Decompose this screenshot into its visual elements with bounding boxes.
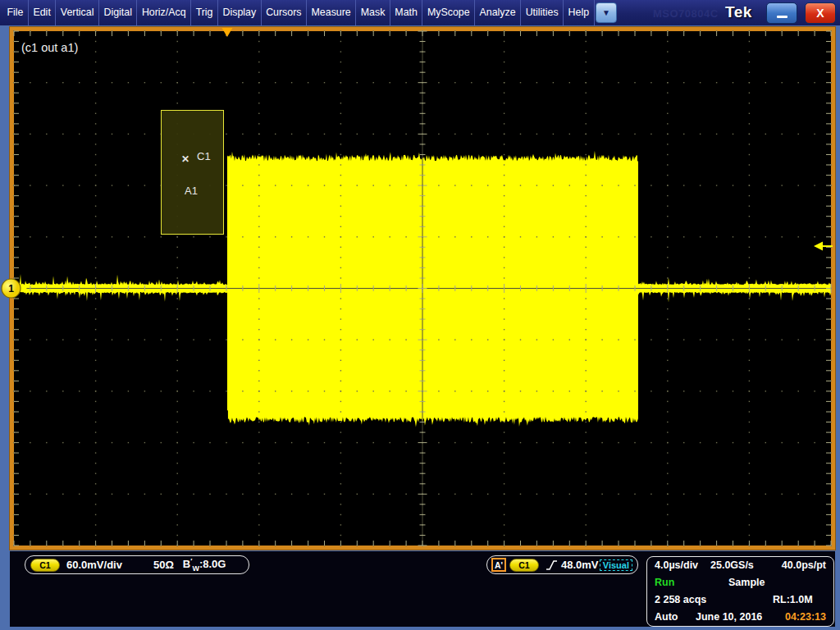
menu-item-horiz-acq[interactable]: Horiz/Acq <box>137 0 191 25</box>
trigger-level: 48.0mV <box>561 559 599 571</box>
vertical-scale: 60.0mV/div <box>66 559 122 571</box>
scope-display: 1 (c1 out a1) ✕ C1 A1 <box>10 27 835 550</box>
menu-item-trig[interactable]: Trig <box>191 0 218 25</box>
callout-c1-label: C1 <box>197 150 211 162</box>
sample-rate: 25.0GS/s <box>710 559 754 571</box>
menu-item-myscope[interactable]: MyScope <box>422 0 475 25</box>
menu-item-analyze[interactable]: Analyze <box>475 0 521 25</box>
waveform-canvas: 1 <box>10 27 835 550</box>
svg-text:1: 1 <box>8 283 14 294</box>
trigger-channel-badge[interactable]: C1 <box>509 559 539 572</box>
acq-row-run: Run Sample <box>653 577 828 594</box>
acq-row-date: Auto June 10, 2016 04:23:13 <box>653 611 828 628</box>
menu-item-math[interactable]: Math <box>390 0 423 25</box>
close-icon: X <box>816 7 824 20</box>
callout-a1-label: A1 <box>185 185 198 197</box>
menu-dropdown-button[interactable]: ▼ <box>596 2 617 23</box>
acq-count: 2 258 acqs <box>655 594 706 605</box>
rising-edge-icon <box>546 559 558 572</box>
status-bar: C1 60.0mV/div 50Ω B′W:8.0G A' C1 48.0mV … <box>10 551 835 627</box>
channel-readout[interactable]: C1 60.0mV/div 50Ω B′W:8.0G <box>25 555 249 574</box>
menu-item-display[interactable]: Display <box>218 0 262 25</box>
run-state: Run <box>655 577 674 588</box>
clock: 04:23:13 <box>785 611 826 623</box>
menu-item-vertical[interactable]: Vertical <box>56 0 99 25</box>
timebase: 4.0µs/div <box>655 559 698 571</box>
acq-row-timebase: 4.0µs/div 25.0GS/s 40.0ps/pt <box>653 559 828 577</box>
impedance: 50Ω <box>153 559 174 571</box>
visual-trigger-button[interactable]: Visual <box>600 559 632 571</box>
menu-item-utilities[interactable]: Utilities <box>521 0 564 25</box>
trace-annotation: (c1 out a1) <box>21 41 78 54</box>
record-length: RL:1.0M <box>773 594 813 605</box>
menu-item-file[interactable]: File <box>2 0 29 25</box>
menu-item-mask[interactable]: Mask <box>356 0 390 25</box>
acq-row-count: 2 258 acqs RL:1.0M <box>653 594 828 611</box>
tek-logo: Tek <box>725 3 752 21</box>
trigger-position-marker[interactable] <box>221 28 232 37</box>
resolution: 40.0ps/pt <box>782 559 826 571</box>
trigger-source-badge[interactable]: A' <box>491 558 506 572</box>
trigger-mode: Auto <box>655 611 678 623</box>
bandwidth: B′W:8.0G <box>183 557 226 573</box>
menu-bar: File Edit Vertical Digital Horiz/Acq Tri… <box>0 0 840 25</box>
trigger-level-arrow[interactable] <box>814 242 823 251</box>
trace-callout-box[interactable]: ✕ C1 A1 <box>161 110 224 235</box>
channel-badge-c1[interactable]: C1 <box>30 559 60 572</box>
acq-mode: Sample <box>728 577 765 588</box>
menu-item-help[interactable]: Help <box>564 0 594 25</box>
close-button[interactable]: X <box>805 2 836 24</box>
acquisition-readout[interactable]: 4.0µs/div 25.0GS/s 40.0ps/pt Run Sample … <box>646 556 834 627</box>
trigger-readout[interactable]: A' C1 48.0mV Visual <box>486 555 638 574</box>
chevron-down-icon: ▼ <box>602 8 610 17</box>
minimize-icon <box>777 16 788 18</box>
model-label: MSO70804C <box>653 7 719 20</box>
menu-item-digital[interactable]: Digital <box>99 0 137 25</box>
menu-items: File Edit Vertical Digital Horiz/Acq Tri… <box>0 0 595 25</box>
menu-item-edit[interactable]: Edit <box>29 0 56 25</box>
callout-x-marker: ✕ <box>181 153 189 165</box>
date: June 10, 2016 <box>696 611 762 623</box>
menu-item-measure[interactable]: Measure <box>307 0 356 25</box>
menu-item-cursors[interactable]: Cursors <box>262 0 307 25</box>
minimize-button[interactable] <box>766 2 797 24</box>
